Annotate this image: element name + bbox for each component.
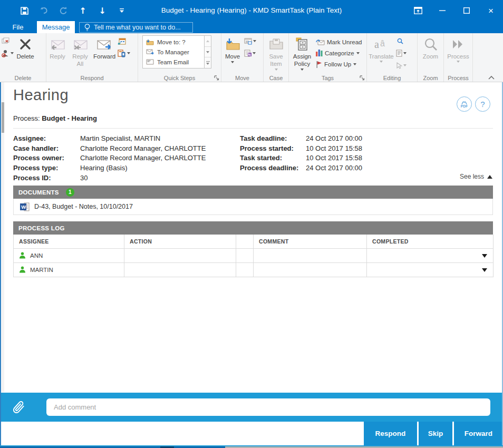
dropdown-arrow-icon[interactable] (482, 254, 487, 258)
ribbon-tab-row: File Message Tell me what you want to do… (0, 21, 503, 33)
comment-cell (254, 262, 367, 277)
attach-paperclip-icon[interactable] (12, 400, 26, 415)
quick-steps-scrollbar[interactable] (205, 35, 211, 69)
quick-step-move-to[interactable]: Move to: ? (143, 37, 204, 47)
reply-label: Reply (50, 53, 65, 60)
scroll-down-icon[interactable] (205, 47, 211, 58)
quick-step-label: To Manager (157, 49, 189, 55)
move-button[interactable]: Move (222, 35, 243, 64)
respond-button[interactable]: Respond (364, 422, 417, 445)
action-cell (124, 248, 236, 262)
tell-me-label: Tell me what you want to do... (94, 24, 181, 31)
collapse-ribbon-icon[interactable] (488, 75, 495, 80)
mark-unread-label: Mark Unread (327, 39, 362, 45)
task-title: Hearing (13, 86, 69, 104)
dropdown-caret-icon (11, 52, 14, 54)
scroll-up-icon[interactable] (205, 36, 211, 47)
quick-steps-more-icon[interactable] (205, 57, 211, 68)
outlook-task-window: ↑ ↓ Budget - Hearing (Hearing) - KMD Sma… (0, 0, 503, 448)
quick-step-label: Move to: ? (157, 39, 186, 45)
select-cursor-icon[interactable] (396, 61, 407, 70)
ribbon-group-respond: Reply Reply All Forward (46, 33, 138, 82)
minimize-icon[interactable] (430, 0, 454, 21)
block-sender-icon[interactable] (2, 48, 14, 58)
reply-button[interactable]: Reply (47, 35, 68, 61)
onenote-icon[interactable] (244, 48, 256, 58)
process-log-table: ASSIGNEE ACTION COMMENT COMPLETED ANN MA… (13, 235, 494, 277)
move-label: Move (225, 53, 240, 60)
documents-section-header: DOCUMENTS 1 (13, 186, 493, 199)
ignore-icon[interactable] (2, 36, 14, 46)
dropdown-caret-icon (231, 61, 234, 63)
window-bottom-edge (0, 445, 503, 448)
tab-message[interactable]: Message (37, 21, 75, 33)
skip-button[interactable]: Skip (419, 422, 452, 445)
rules-icon[interactable] (244, 36, 256, 46)
see-less-label: See less (460, 173, 484, 180)
delete-button[interactable]: Delete (15, 35, 36, 61)
task-pane: Hearing PDF ? Process: Budget - Hearing … (0, 82, 503, 393)
ribbon-display-options-icon[interactable] (406, 0, 430, 21)
dropdown-caret-icon (253, 40, 256, 42)
ribbon-group-process: Process Process (444, 33, 473, 82)
action-buttons-row: Respond Skip Forward (0, 422, 503, 445)
search-icon[interactable] (397, 36, 407, 46)
field-value: Charlotte Record Manager, CHARLOTTE (80, 154, 206, 162)
dropdown-caret-icon (253, 52, 256, 54)
column-header-empty (236, 235, 254, 248)
save-item-button[interactable]: Save Item (265, 35, 288, 72)
comment-bar (0, 393, 503, 422)
group-label-process: Process (444, 75, 472, 81)
move-folder-icon (225, 36, 240, 53)
dropdown-arrow-icon[interactable] (482, 268, 487, 272)
process-label: Process (447, 53, 469, 60)
group-label-zoom: Zoom (418, 75, 443, 81)
im-icon[interactable] (118, 48, 130, 58)
field-label: Process ID: (13, 174, 80, 182)
chevrons-icon (451, 36, 466, 53)
tell-me-box[interactable]: Tell me what you want to do... (79, 22, 193, 33)
table-row[interactable]: MARTIN (14, 262, 494, 277)
maximize-icon[interactable] (454, 0, 479, 21)
add-comment-input[interactable] (46, 398, 490, 416)
quick-step-team-email[interactable]: Team Email (143, 57, 204, 67)
field-label: Process owner: (13, 154, 80, 162)
mark-unread-button[interactable]: Mark Unread (316, 37, 362, 47)
completed-cell[interactable] (367, 248, 494, 262)
ribbon: Delete Delete Reply Reply All (0, 33, 503, 82)
export-pdf-button[interactable]: PDF (457, 96, 472, 112)
scrollbar-thumb[interactable] (2, 102, 4, 133)
action-cell (124, 262, 236, 277)
see-less-link[interactable]: See less (460, 173, 492, 180)
forward-button[interactable]: Forward (92, 35, 117, 61)
related-document-icon[interactable] (396, 48, 407, 58)
close-icon[interactable]: × (479, 0, 503, 21)
translate-label: Translate (369, 53, 394, 60)
process-button[interactable]: Process (446, 35, 470, 64)
dropdown-caret-icon (457, 61, 460, 63)
group-label-delete: Delete (0, 75, 46, 81)
vertical-scrollbar[interactable] (2, 82, 4, 392)
meeting-icon[interactable] (118, 36, 130, 46)
window-controls: × (406, 0, 503, 21)
zoom-button[interactable]: Zoom (420, 35, 441, 61)
help-button[interactable]: ? (475, 96, 490, 112)
follow-up-button[interactable]: Follow Up (316, 59, 362, 69)
forward-action-button[interactable]: Forward (454, 422, 503, 445)
translate-button[interactable]: aâ Translate (367, 35, 395, 64)
field-label: Case handler: (13, 144, 80, 152)
reply-all-button[interactable]: Reply All (68, 35, 92, 69)
ribbon-group-move: Move Move (221, 33, 264, 82)
process-subtitle: Process: Budget - Hearing (13, 114, 97, 122)
tab-file[interactable]: File (5, 21, 31, 33)
categorize-button[interactable]: Categorize (316, 48, 362, 58)
assign-policy-button[interactable]: Assign Policy (289, 35, 315, 72)
document-list-item[interactable]: W D-43, Budget - Notes, 10/10/2017 (13, 199, 493, 215)
reply-all-label: Reply All (69, 53, 91, 68)
delete-label: Delete (16, 53, 34, 60)
quick-step-to-manager[interactable]: To Manager (143, 47, 204, 57)
completed-cell[interactable] (367, 262, 494, 277)
table-row[interactable]: ANN (14, 248, 494, 262)
window-left-border (0, 82, 1, 445)
empty-cell (236, 248, 254, 262)
